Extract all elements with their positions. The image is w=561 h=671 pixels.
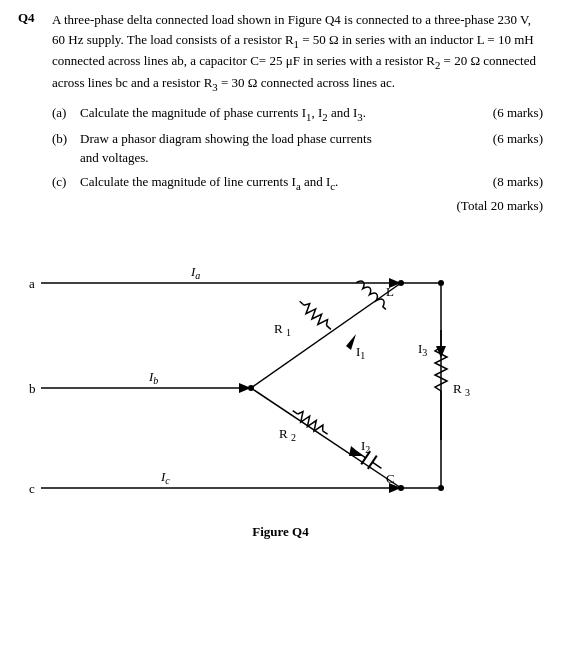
svg-line-12 bbox=[326, 325, 330, 329]
sub-content-b: Draw a phasor diagram showing the load p… bbox=[80, 129, 473, 168]
node-a-label: a bbox=[29, 276, 35, 291]
svg-line-13 bbox=[292, 410, 297, 413]
I1-arrow bbox=[346, 334, 356, 350]
marks-b: (6 marks) bbox=[473, 129, 543, 168]
R1-symbol bbox=[296, 297, 334, 333]
question-text: A three-phase delta connected load shown… bbox=[52, 10, 543, 95]
node-b-label: b bbox=[29, 381, 36, 396]
svg-line-10 bbox=[251, 388, 401, 488]
circuit-svg: text { font-family: "Times New Roman", T… bbox=[21, 228, 541, 518]
total-marks: (Total 20 marks) bbox=[52, 198, 543, 214]
I2-label: I2 bbox=[361, 438, 370, 455]
svg-line-14 bbox=[322, 430, 327, 433]
question-header: Q4 A three-phase delta connected load sh… bbox=[18, 10, 543, 95]
svg-line-11 bbox=[299, 301, 303, 305]
c-right-junction-dot bbox=[438, 485, 444, 491]
marks-a: (6 marks) bbox=[473, 103, 543, 125]
a-left-junction-dot bbox=[398, 280, 404, 286]
sub-label-a: (a) bbox=[52, 103, 80, 125]
R1-label: R 1 bbox=[274, 321, 291, 338]
marks-c: (8 marks) bbox=[473, 172, 543, 194]
I3-label: I3 bbox=[418, 341, 427, 358]
sub-content-c: Calculate the magnitude of line currents… bbox=[80, 172, 473, 194]
sub-question-b: (b) Draw a phasor diagram showing the lo… bbox=[52, 129, 543, 168]
Ic-label: Ic bbox=[160, 469, 170, 486]
svg-line-18 bbox=[372, 462, 381, 468]
circuit-diagram: text { font-family: "Times New Roman", T… bbox=[21, 228, 541, 518]
L-label: L bbox=[386, 284, 394, 299]
C-label: C bbox=[386, 471, 395, 486]
sub-label-b: (b) bbox=[52, 129, 80, 168]
figure-label: Figure Q4 bbox=[18, 524, 543, 540]
Ib-label: Ib bbox=[148, 369, 158, 386]
a-right-junction-dot bbox=[438, 280, 444, 286]
sub-label-c: (c) bbox=[52, 172, 80, 194]
node-c-label: c bbox=[29, 481, 35, 496]
R2-label: R 2 bbox=[279, 426, 296, 443]
R3-label: R 3 bbox=[453, 381, 470, 398]
question-number: Q4 bbox=[18, 10, 40, 95]
sub-question-c: (c) Calculate the magnitude of line curr… bbox=[52, 172, 543, 194]
sub-questions: (a) Calculate the magnitude of phase cur… bbox=[52, 103, 543, 214]
I1-label: I1 bbox=[356, 344, 365, 361]
sub-content-a: Calculate the magnitude of phase current… bbox=[80, 103, 473, 125]
b-junction-dot bbox=[248, 385, 254, 391]
c-left-junction-dot bbox=[398, 485, 404, 491]
R2-symbol bbox=[289, 406, 329, 438]
sub-question-a: (a) Calculate the magnitude of phase cur… bbox=[52, 103, 543, 125]
Ia-label: Ia bbox=[190, 264, 200, 281]
